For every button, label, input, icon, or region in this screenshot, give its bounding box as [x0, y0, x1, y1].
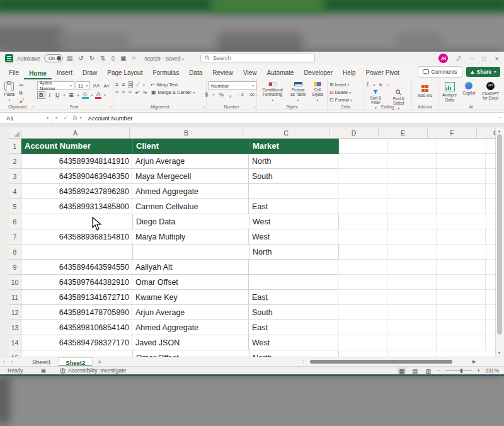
- cell[interactable]: [338, 305, 387, 320]
- addins-button[interactable]: Add-ins: [416, 84, 435, 99]
- cell[interactable]: [387, 154, 437, 169]
- cell[interactable]: [338, 199, 387, 214]
- tab-draw[interactable]: Draw: [77, 67, 102, 79]
- row-header-8[interactable]: 8: [9, 245, 21, 260]
- cell[interactable]: [338, 184, 387, 199]
- insert-function-icon[interactable]: fx: [71, 115, 80, 121]
- cell[interactable]: 6435894798327170: [21, 335, 132, 350]
- cell[interactable]: Ahmed Aggregate: [132, 320, 249, 335]
- cell[interactable]: [338, 320, 387, 335]
- cell[interactable]: [437, 275, 486, 290]
- column-header-c[interactable]: C: [243, 127, 329, 139]
- row-header-7[interactable]: 7: [9, 229, 21, 245]
- cell[interactable]: North: [249, 154, 338, 169]
- tab-home[interactable]: Home: [24, 67, 52, 80]
- horizontal-scrollbar-thumb[interactable]: [310, 360, 452, 364]
- cell[interactable]: [437, 139, 486, 154]
- cell[interactable]: [338, 260, 387, 275]
- sheet-nav-right-icon[interactable]: ›: [8, 359, 16, 365]
- cell[interactable]: Diego Data: [133, 214, 249, 229]
- expand-formula-bar-icon[interactable]: ˅: [498, 116, 501, 120]
- undo-icon[interactable]: ↺: [78, 55, 83, 62]
- sort-az-icon[interactable]: ⇅: [100, 55, 105, 62]
- cell[interactable]: South: [249, 305, 338, 320]
- tab-developer[interactable]: Developer: [299, 67, 338, 79]
- row-header-2[interactable]: 2: [9, 154, 21, 169]
- cell[interactable]: Arjun Average: [132, 154, 249, 169]
- cell[interactable]: Maya Mergecell: [132, 169, 249, 184]
- cell[interactable]: [387, 305, 437, 320]
- copy-icon[interactable]: ⧉: [19, 91, 25, 96]
- cell[interactable]: [249, 260, 338, 275]
- sheet-nav-left-icon[interactable]: ‹: [0, 359, 8, 365]
- cell[interactable]: [437, 214, 486, 229]
- cut-icon[interactable]: ✂: [19, 83, 25, 88]
- cell[interactable]: South: [249, 169, 338, 184]
- select-all-corner[interactable]: [9, 127, 21, 139]
- column-header-d[interactable]: D: [329, 127, 379, 139]
- new-sheet-button[interactable]: +: [93, 358, 106, 366]
- cell[interactable]: [387, 335, 437, 350]
- cell[interactable]: [338, 335, 387, 350]
- row-header-1[interactable]: 1: [9, 139, 21, 154]
- search-input[interactable]: Search: [200, 54, 315, 62]
- cell[interactable]: [338, 290, 387, 305]
- row-header-4[interactable]: 4: [9, 184, 21, 199]
- tab-automate[interactable]: Automate: [262, 67, 299, 79]
- shrink-font-icon[interactable]: A˅: [103, 83, 111, 89]
- cell[interactable]: East: [249, 199, 338, 214]
- clipboard-dialog-launcher[interactable]: ◿: [31, 105, 33, 108]
- cell[interactable]: [339, 350, 388, 357]
- header-cell[interactable]: Account Number: [21, 139, 133, 154]
- cell[interactable]: East: [249, 320, 338, 335]
- cell[interactable]: [486, 335, 495, 350]
- tab-file[interactable]: File: [4, 67, 24, 79]
- cell[interactable]: [388, 350, 437, 357]
- column-header-e[interactable]: E: [379, 127, 428, 139]
- font-color-icon[interactable]: A: [95, 91, 101, 98]
- cell[interactable]: [388, 139, 437, 154]
- bold-button[interactable]: B: [37, 91, 45, 99]
- vertical-scrollbar-thumb[interactable]: [497, 134, 502, 335]
- autosum-icon[interactable]: Σ: [366, 82, 370, 88]
- cell[interactable]: [437, 245, 486, 260]
- sheet-tab-sheet1[interactable]: Sheet1: [25, 357, 58, 366]
- cell[interactable]: [339, 139, 388, 154]
- cell[interactable]: [486, 214, 495, 229]
- cell[interactable]: [387, 260, 437, 275]
- row-header-13[interactable]: 13: [9, 320, 21, 335]
- cell[interactable]: 6435892437896280: [21, 184, 132, 199]
- tab-power-pivot[interactable]: Power Pivot: [361, 67, 404, 79]
- increase-decimal-icon[interactable]: ←.0: [235, 93, 244, 96]
- cell[interactable]: [486, 260, 495, 275]
- tab-help[interactable]: Help: [338, 67, 361, 79]
- cell[interactable]: [21, 245, 133, 260]
- cell[interactable]: [486, 139, 495, 154]
- scrollbar-grip[interactable]: ⁞: [302, 359, 304, 364]
- row-header-6[interactable]: 6: [9, 214, 21, 229]
- merge-center-button[interactable]: ▣ Merge & Center▾: [151, 89, 195, 95]
- cell[interactable]: Aaliyah Alt: [132, 260, 249, 275]
- cell[interactable]: [338, 169, 387, 184]
- cell[interactable]: [388, 214, 437, 229]
- cell[interactable]: West: [249, 229, 338, 245]
- cell[interactable]: [133, 245, 249, 260]
- cell[interactable]: 6435891478705890: [21, 305, 132, 320]
- cell[interactable]: Ahmed Aggregate: [132, 184, 249, 199]
- cell[interactable]: Omar Offset: [133, 350, 249, 357]
- scroll-up-icon[interactable]: ▲: [498, 127, 501, 133]
- header-cell[interactable]: Client: [133, 139, 249, 154]
- align-bottom-icon[interactable]: ≡: [129, 81, 133, 88]
- align-middle-icon[interactable]: ≡: [122, 82, 125, 88]
- cell[interactable]: East: [249, 290, 338, 305]
- dictate-icon[interactable]: ▯: [112, 55, 115, 62]
- cell[interactable]: 6435891341672710: [21, 290, 132, 305]
- cell[interactable]: North: [249, 350, 339, 357]
- cell[interactable]: 6435893948141910: [21, 154, 132, 169]
- cell[interactable]: [437, 229, 486, 245]
- row-header-11[interactable]: 11: [9, 290, 21, 305]
- cell[interactable]: West: [249, 335, 338, 350]
- save-icon[interactable]: ▤: [67, 55, 72, 62]
- cell[interactable]: Omar Offset: [132, 275, 249, 290]
- cell[interactable]: [486, 229, 495, 245]
